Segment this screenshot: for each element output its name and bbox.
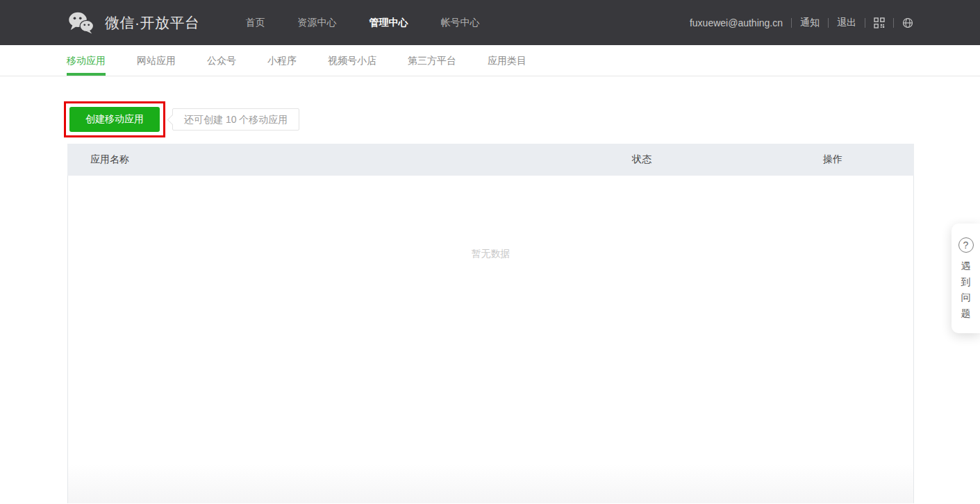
wechat-logo-icon bbox=[67, 11, 95, 34]
empty-state-text: 暂无数据 bbox=[68, 248, 913, 260]
tab-website-app[interactable]: 网站应用 bbox=[137, 45, 176, 76]
logout-link[interactable]: 退出 bbox=[837, 17, 856, 29]
create-mobile-app-button[interactable]: 创建移动应用 bbox=[69, 107, 160, 132]
language-globe-icon[interactable] bbox=[902, 17, 913, 28]
help-widget-label-char: 到 bbox=[961, 274, 971, 290]
table-body-empty: 暂无数据 bbox=[67, 176, 914, 503]
tab-channels-shop[interactable]: 视频号小店 bbox=[328, 45, 376, 76]
notifications-link[interactable]: 通知 bbox=[800, 17, 820, 29]
tab-mini-program[interactable]: 小程序 bbox=[267, 45, 297, 76]
app-type-tabs: 移动应用 网站应用 公众号 小程序 视频号小店 第三方平台 应用类目 bbox=[0, 45, 980, 76]
nav-item-resource-center[interactable]: 资源中心 bbox=[298, 17, 337, 29]
help-widget-label-char: 遇 bbox=[961, 258, 971, 274]
nav-item-home[interactable]: 首页 bbox=[246, 17, 265, 29]
logo-title: 微信·开放平台 bbox=[105, 13, 200, 33]
primary-nav: 首页 资源中心 管理中心 帐号中心 bbox=[246, 17, 513, 29]
apps-table: 应用名称 状态 操作 暂无数据 bbox=[67, 144, 914, 503]
toolbar: 创建移动应用 还可创建 10 个移动应用 bbox=[64, 101, 980, 137]
divider bbox=[828, 18, 829, 28]
qr-code-icon[interactable] bbox=[874, 17, 885, 28]
nav-item-management-center[interactable]: 管理中心 bbox=[369, 17, 408, 29]
help-widget-label-char: 问 bbox=[961, 289, 971, 305]
help-widget-label-char: 题 bbox=[961, 305, 971, 321]
column-header-app-name: 应用名称 bbox=[67, 153, 632, 166]
tab-official-account[interactable]: 公众号 bbox=[207, 45, 236, 76]
column-header-status: 状态 bbox=[632, 153, 823, 166]
top-header: 微信·开放平台 首页 资源中心 管理中心 帐号中心 fuxuewei@authi… bbox=[0, 0, 980, 45]
question-mark-icon: ? bbox=[958, 237, 974, 253]
column-header-actions: 操作 bbox=[823, 153, 914, 166]
tab-mobile-app[interactable]: 移动应用 bbox=[67, 45, 106, 76]
help-feedback-widget[interactable]: ? 遇 到 问 题 bbox=[952, 224, 980, 333]
divider bbox=[865, 18, 865, 28]
header-user-area: fuxuewei@authing.cn 通知 退出 bbox=[690, 17, 913, 29]
tab-third-party-platform[interactable]: 第三方平台 bbox=[408, 45, 456, 76]
user-email: fuxuewei@authing.cn bbox=[690, 17, 783, 28]
table-header-row: 应用名称 状态 操作 bbox=[67, 144, 914, 176]
divider bbox=[893, 18, 894, 28]
nav-item-account-center[interactable]: 帐号中心 bbox=[441, 17, 480, 29]
divider bbox=[791, 18, 792, 28]
quota-hint-bubble: 还可创建 10 个移动应用 bbox=[172, 108, 299, 131]
tab-app-category[interactable]: 应用类目 bbox=[488, 45, 526, 76]
wechat-open-platform-logo[interactable]: 微信·开放平台 bbox=[67, 11, 200, 34]
red-highlight-annotation: 创建移动应用 bbox=[64, 101, 165, 137]
